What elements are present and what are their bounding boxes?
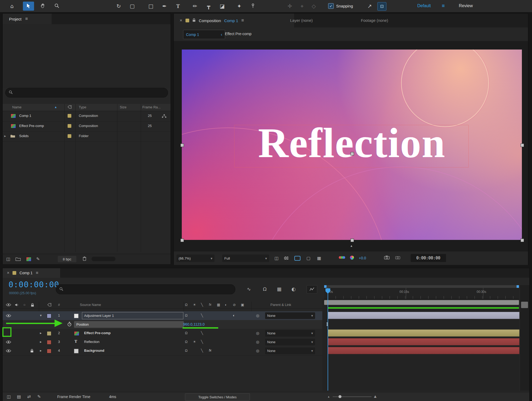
hand-tool-button[interactable] [37,2,48,11]
quality-toggle-icon[interactable]: ╲ [201,331,203,335]
shy-toggle-icon[interactable]: Ω [185,349,188,353]
canvas-text[interactable]: Reflection [258,118,446,167]
layer-tab[interactable]: Layer (none) [290,18,313,23]
panel-menu-icon[interactable]: ≡ [25,16,28,22]
layer-duration-bar-3[interactable] [328,338,519,345]
twirl-closed-icon[interactable]: ▸ [40,340,42,344]
parent-select[interactable]: None ▾ [265,339,315,345]
twirl-open-icon[interactable]: ▾ [40,313,42,317]
layer-name-field[interactable]: Adjustment Layer 1 [82,312,183,319]
breadcrumb-current-label[interactable]: Effect Pre-comp [225,32,251,36]
expand-layer-switches-icon[interactable]: ◫ [5,394,12,400]
footage-tab[interactable]: Footage (none) [361,18,388,23]
quality-toggle-icon[interactable]: ╲ [201,349,203,353]
frame-blend-icon[interactable]: ▦ [276,286,283,292]
zoom-tool-button[interactable] [51,2,62,11]
close-tab-icon[interactable]: × [7,271,9,275]
layer-color-swatch[interactable] [47,331,51,336]
column-frame-rate[interactable]: Frame Ra... [142,105,161,109]
exposure-value[interactable]: +0.0 [359,256,366,260]
snapping-checkbox[interactable]: ✓ [328,3,334,9]
comp-mini-flowchart-icon[interactable]: ∿ [245,286,252,292]
layer-color-swatch[interactable] [47,314,51,318]
selection-handle-right[interactable] [521,144,524,147]
fx-badge-icon[interactable]: fx [209,349,211,352]
show-snapshot-icon[interactable] [395,256,400,260]
grid-guides-icon[interactable]: ▦ [316,255,323,261]
delete-trash-icon[interactable] [83,256,86,262]
composition-tab[interactable]: × Composition Comp 1 ≡ [174,14,294,27]
expand-transfer-controls-icon[interactable]: ▤ [15,394,22,400]
work-area-start-handle[interactable] [324,285,327,288]
region-of-interest-icon[interactable]: ▢ [305,255,312,261]
workspace-review-label[interactable]: Review [459,3,473,8]
timeline-search-input[interactable] [56,284,235,294]
parent-pickwhip-icon[interactable]: ◎ [256,340,259,344]
toggle-keys-icon[interactable]: ✎ [36,394,43,400]
layer-row-3[interactable]: ▸ 3 T Reflection Ω ☀ ╲ ◎ None ▾ [3,338,322,347]
layer-color-swatch[interactable] [47,349,51,353]
project-row-solids[interactable]: ▸ Solids Folder [3,131,171,142]
label-color-swatch[interactable] [68,124,71,128]
workspace-default-label[interactable]: Default [417,3,431,8]
twirl-closed-icon[interactable]: ▸ [40,331,42,335]
shy-switch-icon[interactable]: Ω [185,303,188,307]
selection-handle-bottom-center[interactable] [350,239,354,242]
parent-select[interactable]: None ▾ [265,330,315,337]
collapse-switch-icon[interactable]: ☀ [193,303,196,307]
channel-colors-icon[interactable] [339,256,345,259]
shy-toggle-icon[interactable]: Ω [185,331,188,335]
puppet-pin-tool-button[interactable] [247,2,258,11]
project-search-input[interactable] [5,88,168,97]
audio-column-icon[interactable] [15,303,19,308]
motion-blur-icon[interactable]: ◐ [290,286,297,292]
selection-handle-bottom-right[interactable] [521,239,524,242]
time-ruler[interactable]: 0s 00:15s 00:30s [324,288,519,299]
project-tab[interactable]: Project ≡ [3,14,52,24]
label-color-swatch[interactable] [68,114,71,118]
roto-brush-tool-button[interactable]: ✦ [234,2,245,11]
adjustment-layer-toggle-icon[interactable]: ◐ [233,313,235,317]
visibility-eye-icon[interactable] [6,314,11,318]
3d-switch-icon[interactable]: ▣ [241,303,244,307]
lock-toggle-icon[interactable] [30,349,34,354]
selection-handle-left[interactable] [180,144,184,147]
stopwatch-icon[interactable] [67,322,72,328]
home-button[interactable]: ⌂ [6,2,18,11]
expand-in-out-icon[interactable]: ⇄ [26,394,32,400]
visibility-eye-icon[interactable] [6,349,11,353]
expand-chevron-icon[interactable]: ▸ [4,134,6,138]
lock-panel-icon[interactable] [192,18,196,23]
camera-tool-button[interactable]: ▢ [127,2,138,11]
shape-tool-button[interactable]: □ [145,2,156,11]
layer-row-4[interactable]: ▸ 4 Background Ω ╲ fx ◎ None ▾ [3,346,322,355]
adjustment-switch-icon[interactable]: ⊘ [233,303,236,307]
parent-select[interactable]: None ▾ [265,347,315,354]
timeline-timecode[interactable]: 0:00:00:00 [9,280,59,289]
viewer-timecode-field[interactable]: 0:00:00:00 [411,254,446,262]
twirl-closed-icon[interactable]: ▸ [40,349,42,353]
layer-duration-bar-4[interactable] [328,347,519,354]
parent-pickwhip-icon[interactable]: ◎ [256,331,259,335]
color-wheel-icon[interactable] [350,256,354,260]
label-column-icon[interactable] [68,105,72,109]
playhead-line[interactable] [328,288,328,391]
column-type[interactable]: Type [79,105,86,109]
project-row-comp1[interactable]: Comp 1 Composition 25 [3,111,171,121]
timeline-vscroll-track[interactable] [520,285,529,391]
color-depth-button[interactable]: 8 bpc [58,256,76,262]
sort-ascending-icon[interactable]: ▴ [55,105,57,109]
number-column-label[interactable]: # [58,303,60,307]
column-name[interactable]: Name [12,105,22,109]
panel-menu-icon[interactable]: ≡ [241,18,244,23]
zoom-in-mountain-icon[interactable]: ▲ [373,394,377,399]
clone-stamp-tool-button[interactable]: ┳ [203,2,214,11]
magnification-select[interactable]: (66.7%) ▾ [176,255,215,262]
selection-handle-bottom-left[interactable] [180,239,184,242]
graph-editor-button[interactable] [307,285,317,294]
new-composition-icon[interactable] [26,257,31,261]
property-value[interactable]: 960.0,1123.0 [183,322,205,326]
workspace-menu-icon[interactable]: ≡ [442,3,445,9]
parent-select[interactable]: None ▾ [265,312,315,319]
quality-toggle-icon[interactable]: ╲ [201,313,203,317]
